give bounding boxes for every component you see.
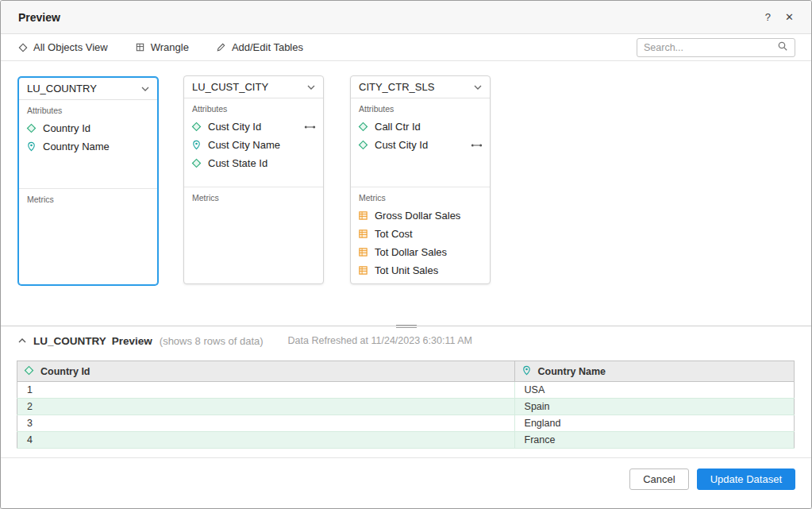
geo-pin-icon — [521, 365, 532, 378]
data-refreshed-text: Data Refreshed at 11/24/2023 6:30:11 AM — [288, 335, 472, 346]
preview-table-name: LU_COUNTRY — [33, 335, 106, 347]
pencil-icon — [216, 42, 226, 52]
metric-item[interactable]: Tot Dollar Sales — [351, 243, 490, 261]
collapse-chevron-icon[interactable] — [17, 337, 28, 345]
attribute-diamond-icon — [24, 365, 34, 378]
table-card-city-ctr-sls[interactable]: CITY_CTR_SLS Attributes Call Ctr Id Cust… — [350, 75, 491, 284]
table-row: 1 USA — [17, 382, 795, 399]
metric-name: Tot Unit Sales — [375, 264, 438, 276]
attribute-diamond-icon — [26, 123, 37, 133]
preview-dialog: Preview ? ✕ All Objects View Wrangle Add… — [0, 0, 812, 509]
attribute-item[interactable]: Cust City Id — [184, 118, 323, 136]
preview-rows-note: (shows 8 rows of data) — [160, 335, 264, 347]
chevron-down-icon[interactable] — [141, 87, 149, 91]
attributes-label: Attributes — [184, 104, 323, 118]
chevron-down-icon[interactable] — [474, 85, 482, 90]
table-card-lu-country[interactable]: LU_COUNTRY Attributes Country Id Country… — [18, 77, 158, 285]
metric-icon — [358, 229, 368, 239]
attributes-section: Attributes Country Id Country Name — [19, 100, 157, 189]
preview-table: Country Id Country Name 1 USA — [17, 361, 795, 449]
geo-pin-icon — [191, 140, 202, 150]
attribute-item[interactable]: Country Id — [19, 119, 157, 137]
column-header-country-id: Country Id — [17, 361, 515, 382]
table-name: CITY_CTR_SLS — [359, 81, 434, 93]
attribute-name: Cust City Name — [208, 139, 280, 151]
join-link-icon — [471, 142, 483, 148]
geo-pin-icon — [26, 141, 37, 152]
cell-country-name: France — [514, 432, 794, 449]
preview-table-container: Country Id Country Name 1 USA — [1, 355, 811, 449]
metric-item[interactable]: Tot Cost — [351, 225, 490, 243]
toolbar-all-objects-view[interactable]: All Objects View — [18, 41, 108, 53]
table-row: 2 Spain — [17, 399, 795, 415]
attribute-item[interactable]: Country Name — [19, 137, 157, 156]
metrics-section: Metrics — [19, 189, 157, 284]
dialog-footer: Cancel Update Dataset — [1, 457, 811, 508]
column-label: Country Name — [538, 366, 606, 377]
cancel-button[interactable]: Cancel — [629, 469, 688, 490]
attributes-section: Attributes Call Ctr Id Cust City Id — [351, 98, 490, 187]
metric-name: Tot Dollar Sales — [375, 246, 447, 258]
cell-country-id: 4 — [17, 432, 515, 449]
attribute-item[interactable]: Call Ctr Id — [351, 118, 490, 136]
search-input[interactable] — [644, 42, 777, 53]
toolbar: All Objects View Wrangle Add/Edit Tables — [1, 34, 811, 61]
toolbar-wrangle[interactable]: Wrangle — [135, 41, 189, 53]
column-header-country-name: Country Name — [514, 361, 794, 382]
attribute-diamond-icon — [191, 121, 202, 132]
preview-header: LU_COUNTRY Preview (shows 8 rows of data… — [1, 326, 811, 355]
wrangle-icon — [135, 42, 145, 52]
titlebar-actions: ? ✕ — [765, 12, 794, 22]
update-dataset-button[interactable]: Update Dataset — [697, 469, 795, 490]
table-name: LU_CUST_CITY — [192, 81, 268, 93]
metric-name: Tot Cost — [375, 228, 413, 240]
toolbar-add-edit-tables[interactable]: Add/Edit Tables — [216, 41, 303, 53]
attribute-name: Country Name — [43, 141, 110, 152]
attribute-name: Cust City Id — [375, 139, 428, 151]
toolbar-label-wrangle: Wrangle — [151, 41, 189, 53]
attribute-name: Cust City Id — [208, 121, 261, 133]
attribute-diamond-icon — [358, 121, 368, 132]
dialog-title: Preview — [18, 11, 60, 24]
metric-icon — [358, 265, 368, 276]
column-label: Country Id — [40, 366, 90, 377]
preview-label: Preview — [112, 335, 152, 347]
attributes-label: Attributes — [351, 104, 490, 118]
search-icon[interactable] — [777, 40, 788, 55]
metrics-section: Metrics — [184, 187, 323, 283]
cell-country-name: Spain — [514, 399, 794, 415]
attribute-name: Call Ctr Id — [375, 121, 421, 133]
attribute-name: Country Id — [43, 122, 90, 134]
table-name: LU_COUNTRY — [27, 83, 97, 94]
attribute-item[interactable]: Cust State Id — [184, 154, 323, 172]
attribute-item[interactable]: Cust City Id — [351, 136, 490, 154]
attribute-name: Cust State Id — [208, 157, 267, 169]
table-card-header[interactable]: LU_COUNTRY — [19, 78, 157, 100]
attributes-section: Attributes Cust City Id Cust City Name C… — [184, 98, 323, 187]
close-icon[interactable]: ✕ — [785, 12, 794, 22]
metric-icon — [358, 210, 368, 221]
attributes-label: Attributes — [19, 106, 157, 119]
metric-name: Gross Dollar Sales — [375, 210, 460, 222]
table-card-lu-cust-city[interactable]: LU_CUST_CITY Attributes Cust City Id Cus… — [183, 75, 324, 284]
help-icon[interactable]: ? — [765, 12, 771, 22]
attribute-diamond-icon — [358, 140, 368, 150]
diamond-outline-icon — [18, 43, 28, 52]
metrics-section: Metrics Gross Dollar Sales Tot Cost Tot … — [351, 187, 490, 283]
attribute-diamond-icon — [191, 158, 202, 168]
search-box[interactable] — [637, 38, 795, 57]
table-row: 4 France — [17, 432, 795, 449]
attribute-item[interactable]: Cust City Name — [184, 136, 323, 154]
toolbar-label-add-edit-tables: Add/Edit Tables — [232, 41, 303, 53]
title-bar: Preview ? ✕ — [1, 1, 811, 34]
metric-item[interactable]: Tot Unit Sales — [351, 261, 490, 280]
table-card-header[interactable]: LU_CUST_CITY — [184, 76, 323, 98]
metrics-label: Metrics — [351, 193, 490, 206]
chevron-down-icon[interactable] — [307, 85, 315, 90]
cell-country-name: USA — [514, 382, 794, 399]
metric-item[interactable]: Gross Dollar Sales — [351, 206, 490, 225]
splitter-handle[interactable] — [396, 323, 417, 329]
table-header-row: Country Id Country Name — [17, 361, 795, 382]
metric-icon — [358, 247, 368, 257]
table-card-header[interactable]: CITY_CTR_SLS — [351, 76, 490, 98]
